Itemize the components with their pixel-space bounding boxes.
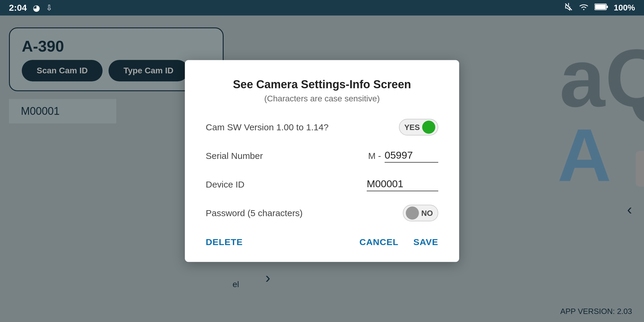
dialog: See Camera Settings-Info Screen (Charact… [185,60,459,262]
cam-sw-toggle-circle [422,121,435,134]
delete-button[interactable]: DELETE [206,237,243,247]
battery-icon [595,3,608,13]
battery-percent: 100% [614,3,635,13]
serial-input[interactable] [385,149,438,162]
password-row: Password (5 characters) NO [206,204,438,222]
notify-icon: ◕ [33,3,40,13]
wifi-icon [578,3,589,13]
password-toggle[interactable]: NO [403,205,438,222]
dialog-subtitle: (Characters are case sensitive) [206,94,438,103]
password-label: Password (5 characters) [206,208,403,218]
device-id-row: Device ID [206,176,438,193]
cam-sw-row: Cam SW Version 1.00 to 1.14? YES [206,118,438,136]
svg-rect-1 [595,4,606,9]
svg-rect-2 [606,6,608,8]
password-toggle-circle [406,207,419,220]
password-toggle-control: NO [403,205,438,222]
dialog-actions: DELETE CANCEL SAVE [206,237,438,247]
cam-sw-label: Cam SW Version 1.00 to 1.14? [206,122,399,132]
device-id-input[interactable] [367,178,438,191]
serial-control: M - [368,149,438,162]
mute-icon [564,2,573,13]
cam-sw-toggle-control: YES [399,119,438,136]
dialog-title: See Camera Settings-Info Screen [206,78,438,91]
confirm-buttons: CANCEL SAVE [360,237,438,247]
password-toggle-label: NO [421,208,433,218]
serial-label: Serial Number [206,151,368,161]
device-id-control [367,178,438,191]
status-bar: 2:04 ◕ ⇩ 100% [0,0,644,16]
save-button[interactable]: SAVE [414,237,438,247]
device-id-label: Device ID [206,179,367,190]
download-icon: ⇩ [46,3,52,13]
cam-sw-toggle-label: YES [404,123,420,132]
status-right: 100% [564,2,635,13]
cam-sw-toggle[interactable]: YES [399,119,438,136]
cancel-button[interactable]: CANCEL [360,237,399,247]
status-time: 2:04 [9,3,27,13]
serial-prefix: M - [368,151,381,161]
serial-row: Serial Number M - [206,147,438,165]
status-left: 2:04 ◕ ⇩ [9,3,52,13]
